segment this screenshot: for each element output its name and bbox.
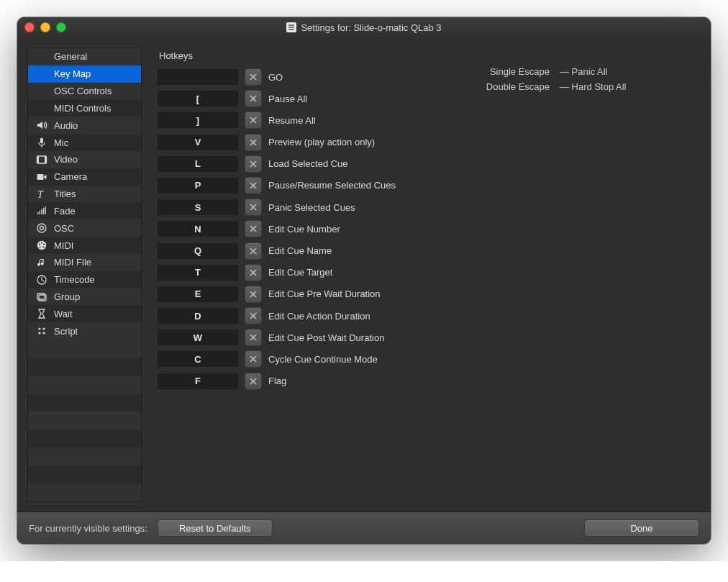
hotkey-row: Edit Cue Pre Wait Duration	[158, 286, 695, 303]
hotkey-clear-button[interactable]	[245, 155, 262, 173]
settings-main: Hotkeys GOPause AllResume AllPreview (pl…	[142, 37, 711, 512]
svg-rect-3	[45, 156, 47, 163]
sidebar-item-mic[interactable]: Mic	[28, 134, 141, 151]
document-icon	[286, 22, 296, 32]
sidebar-item-label: MIDI Controls	[54, 103, 135, 114]
hotkey-label: Panic Selected Cues	[268, 202, 355, 213]
hotkey-input-cycle-cue-continue-mode[interactable]	[158, 351, 238, 367]
hotkey-input-load-selected-cue[interactable]	[158, 156, 238, 172]
sidebar-item-group[interactable]: Group	[28, 288, 141, 306]
hotkey-label: GO	[268, 72, 283, 83]
sidebar-item-key-map[interactable]: Key Map	[28, 65, 141, 83]
hotkey-input-preview-play-action-only-[interactable]	[158, 135, 238, 150]
sidebar-item-midi-controls[interactable]: MIDI Controls	[28, 99, 141, 117]
hotkey-input-edit-cue-number[interactable]	[158, 221, 238, 237]
close-window-button[interactable]	[24, 22, 35, 32]
hotkey-input-pause-all[interactable]	[158, 91, 238, 106]
sidebar-item-label: Script	[54, 326, 135, 337]
hotkey-row: Preview (play action only)	[158, 134, 695, 151]
sidebar-item-audio[interactable]: Audio	[28, 117, 141, 134]
titles-icon: T	[35, 188, 48, 200]
escape-action: — Hard Stop All	[560, 81, 627, 92]
minimize-window-button[interactable]	[40, 22, 50, 32]
hotkey-clear-button[interactable]	[245, 90, 262, 107]
hotkey-label: Edit Cue Number	[268, 224, 340, 235]
x-icon	[250, 291, 257, 298]
hotkey-input-edit-cue-target[interactable]	[158, 265, 238, 281]
hotkey-clear-button[interactable]	[245, 242, 262, 260]
sidebar-item-label: Timecode	[54, 274, 135, 285]
sidebar-item-script[interactable]: Script	[28, 322, 141, 340]
hotkey-row: Load Selected Cue	[158, 155, 695, 173]
sidebar-item-fade[interactable]: Fade	[28, 202, 141, 219]
hotkey-clear-button[interactable]	[245, 373, 262, 390]
timecode-icon	[35, 274, 48, 286]
footer: For currently visible settings: Reset to…	[17, 511, 711, 544]
sidebar-item-timecode[interactable]: Timecode	[28, 271, 141, 288]
hotkey-row: Pause/Resume Selected Cues	[158, 177, 695, 194]
hotkey-row: Edit Cue Number	[158, 220, 695, 237]
hotkey-clear-button[interactable]	[245, 286, 262, 303]
section-title: Hotkeys	[159, 50, 695, 61]
midifile-icon	[35, 257, 48, 268]
sidebar-item-midi-file[interactable]: MIDI File	[28, 254, 141, 271]
hotkey-clear-button[interactable]	[245, 134, 262, 151]
escape-info: Single Escape— Panic AllDouble Escape— H…	[475, 66, 691, 96]
hotkey-row: Resume All	[158, 112, 695, 129]
hotkey-input-resume-all[interactable]	[158, 112, 238, 128]
hotkey-label: Edit Cue Target	[268, 267, 332, 278]
hotkey-clear-button[interactable]	[245, 68, 262, 86]
traffic-lights	[24, 22, 66, 32]
sidebar-item-label: General	[54, 51, 135, 62]
sidebar-item-label: Video	[54, 154, 135, 165]
hotkey-row: Cycle Cue Continue Mode	[158, 350, 695, 368]
zoom-window-button[interactable]	[56, 22, 66, 32]
hotkey-input-panic-selected-cues[interactable]	[158, 199, 238, 215]
hotkey-clear-button[interactable]	[245, 307, 262, 324]
hotkey-clear-button[interactable]	[245, 329, 262, 346]
svg-rect-7	[40, 211, 40, 214]
sidebar-item-video[interactable]: Video	[28, 151, 141, 168]
sidebar-item-osc-controls[interactable]: OSC Controls	[28, 83, 141, 100]
hotkey-input-pause-resume-selected-cues[interactable]	[158, 178, 238, 194]
sidebar-item-wait[interactable]: Wait	[28, 305, 141, 322]
hotkey-clear-button[interactable]	[245, 350, 262, 368]
script-icon	[35, 325, 48, 337]
x-icon	[250, 73, 257, 81]
hotkey-clear-button[interactable]	[245, 199, 262, 216]
hotkey-input-go[interactable]	[158, 69, 238, 85]
hotkey-input-flag[interactable]	[158, 373, 238, 389]
sidebar-item-label: OSC	[54, 223, 135, 234]
hotkey-input-edit-cue-action-duration[interactable]	[158, 308, 238, 324]
sidebar-item-midi[interactable]: MIDI	[28, 237, 141, 254]
footer-label: For currently visible settings:	[29, 523, 147, 534]
window-title: Settings for: Slide-o-matic QLab 3	[17, 22, 711, 33]
x-icon	[250, 355, 257, 363]
sidebar-item-general[interactable]: General	[28, 48, 141, 65]
sidebar-item-camera[interactable]: Camera	[28, 168, 141, 186]
sidebar-item-osc[interactable]: OSC	[28, 219, 141, 237]
done-button[interactable]: Done	[584, 519, 699, 537]
hotkey-input-edit-cue-pre-wait-duration[interactable]	[158, 286, 238, 302]
hotkey-clear-button[interactable]	[245, 220, 262, 237]
titlebar: Settings for: Slide-o-matic QLab 3	[17, 17, 711, 38]
hotkey-clear-button[interactable]	[245, 112, 262, 129]
svg-point-18	[43, 247, 45, 248]
sidebar-item-label: Key Map	[54, 68, 135, 79]
sidebar-item-titles[interactable]: TTitles	[28, 186, 141, 203]
reset-to-defaults-button[interactable]: Reset to Defaults	[158, 519, 273, 537]
x-icon	[250, 139, 257, 146]
svg-rect-8	[41, 209, 42, 214]
hotkey-input-edit-cue-name[interactable]	[158, 243, 238, 259]
svg-rect-2	[37, 156, 40, 163]
escape-action: — Panic All	[560, 66, 607, 77]
hotkey-clear-button[interactable]	[245, 177, 262, 194]
svg-point-17	[40, 247, 41, 248]
hotkey-input-edit-cue-post-wait-duration[interactable]	[158, 329, 238, 345]
hotkey-row: Panic Selected Cues	[158, 199, 695, 216]
svg-rect-9	[43, 208, 44, 214]
svg-point-15	[39, 244, 40, 245]
x-icon	[250, 204, 257, 211]
sidebar-item-label: Camera	[54, 171, 135, 182]
hotkey-clear-button[interactable]	[245, 264, 262, 281]
